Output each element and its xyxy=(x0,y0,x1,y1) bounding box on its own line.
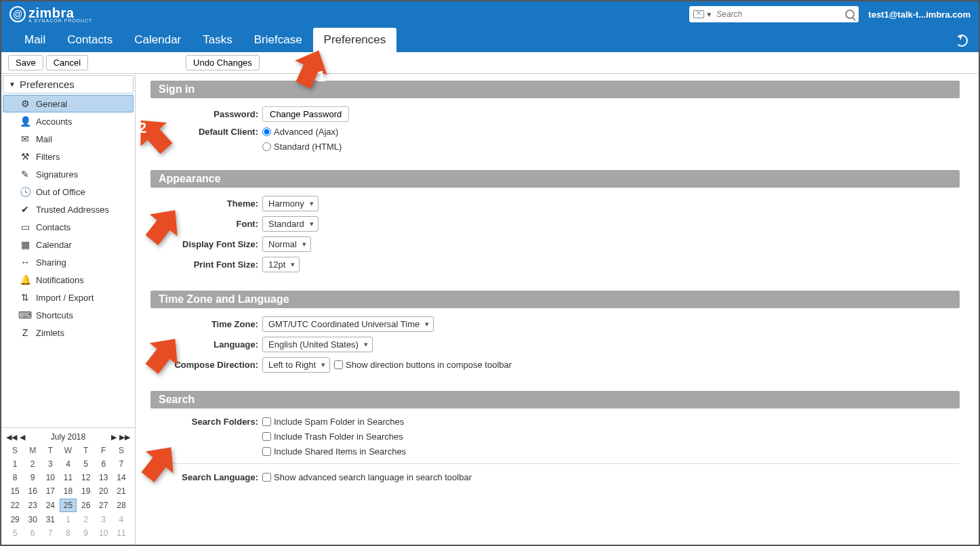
cal-next-month-icon[interactable]: ▶ xyxy=(110,433,117,442)
cal-day[interactable]: 14 xyxy=(113,471,129,484)
include-spam-checkbox[interactable] xyxy=(262,417,271,426)
tab-mail[interactable]: Mail xyxy=(14,28,56,52)
sidebar-item-general[interactable]: ⚙General xyxy=(3,95,134,112)
sidebar-item-calendar[interactable]: ▦Calendar xyxy=(3,236,134,253)
sidebar-item-contacts[interactable]: ▭Contacts xyxy=(3,218,134,236)
cal-day[interactable]: 4 xyxy=(60,458,76,470)
cal-day[interactable]: 30 xyxy=(24,513,41,526)
cancel-button[interactable]: Cancel xyxy=(46,55,88,70)
caret-down-icon[interactable]: ▼ xyxy=(706,11,712,18)
cal-next-year-icon[interactable]: ▶▶ xyxy=(119,433,131,442)
cal-day[interactable]: 10 xyxy=(96,527,112,539)
cal-day[interactable]: 11 xyxy=(113,527,129,539)
cal-day[interactable]: 25 xyxy=(60,499,76,512)
sidebar-item-label: General xyxy=(36,99,67,109)
cal-day[interactable]: 23 xyxy=(24,499,41,512)
sidebar-item-signatures[interactable]: ✎Signatures xyxy=(3,165,134,183)
sidebar-item-sharing[interactable]: ↔Sharing xyxy=(3,253,134,271)
sidebar-item-import-export[interactable]: ⇅Import / Export xyxy=(3,289,134,306)
sidebar-item-zimlets[interactable]: ZZimlets xyxy=(3,324,134,341)
lang-select[interactable]: English (United States) xyxy=(262,337,373,352)
cal-day[interactable]: 6 xyxy=(96,458,112,470)
cal-prev-year-icon[interactable]: ◀◀ xyxy=(5,433,18,442)
cal-day[interactable]: 12 xyxy=(78,471,94,484)
sidebar-item-trusted-addresses[interactable]: ✔Trusted Addresses xyxy=(3,201,134,218)
search-icon[interactable] xyxy=(845,9,855,19)
cal-day[interactable]: 2 xyxy=(24,458,41,470)
tab-calendar[interactable]: Calendar xyxy=(123,28,192,52)
cal-day[interactable]: 22 xyxy=(7,499,23,512)
main-content: Sign in Password: Change Password Defaul… xyxy=(136,74,979,545)
change-password-button[interactable]: Change Password xyxy=(262,106,349,122)
refresh-icon[interactable] xyxy=(956,35,968,47)
cal-day[interactable]: 7 xyxy=(42,527,58,539)
cal-day[interactable]: 5 xyxy=(78,458,94,470)
adv-search-lang-checkbox[interactable] xyxy=(262,473,271,482)
sidebar-item-accounts[interactable]: 👤Accounts xyxy=(3,112,134,130)
tab-contacts[interactable]: Contacts xyxy=(56,28,123,52)
cal-day[interactable]: 1 xyxy=(7,458,23,470)
cal-day[interactable]: 17 xyxy=(42,485,58,497)
display-font-select[interactable]: Normal xyxy=(262,236,311,252)
cal-day[interactable]: 8 xyxy=(7,471,23,484)
tab-briefcase[interactable]: Briefcase xyxy=(243,28,313,52)
cal-day[interactable]: 10 xyxy=(42,471,58,484)
sidebar-item-label: Out of Office xyxy=(36,187,85,197)
print-font-select[interactable]: 12pt xyxy=(262,257,300,272)
sidebar-item-mail[interactable]: ✉Mail xyxy=(3,130,134,148)
client-advanced-label: Advanced (Ajax) xyxy=(274,127,338,137)
tab-tasks[interactable]: Tasks xyxy=(192,28,243,52)
client-standard-radio[interactable] xyxy=(262,142,271,151)
cal-day[interactable]: 19 xyxy=(78,485,94,497)
sidebar-item-notifications[interactable]: 🔔Notifications xyxy=(3,271,134,289)
cal-day[interactable]: 18 xyxy=(60,485,76,497)
cal-day[interactable]: 3 xyxy=(42,458,58,470)
logo: @ zimbra A SYNACOR PRODUCT xyxy=(9,6,92,23)
cal-day[interactable]: 3 xyxy=(96,513,112,526)
cal-day[interactable]: 1 xyxy=(60,513,76,526)
cal-prev-month-icon[interactable]: ◀ xyxy=(19,433,26,442)
user-menu[interactable]: test1@talk-t...imbra.com xyxy=(868,9,971,20)
cal-day[interactable]: 15 xyxy=(7,485,23,497)
cal-day[interactable]: 4 xyxy=(113,513,129,526)
cal-day[interactable]: 9 xyxy=(78,527,94,539)
cal-day[interactable]: 27 xyxy=(96,499,112,512)
cal-day[interactable]: 5 xyxy=(7,527,23,539)
cal-day[interactable]: 24 xyxy=(42,499,58,512)
cal-day[interactable]: 28 xyxy=(113,499,129,512)
cal-day[interactable]: 11 xyxy=(60,471,76,484)
cal-day[interactable]: 7 xyxy=(113,458,129,470)
cal-day[interactable]: 8 xyxy=(60,527,76,539)
cal-title: July 2018 xyxy=(51,432,85,442)
sidebar-header[interactable]: ▼ Preferences xyxy=(3,75,134,93)
compose-dir-select[interactable]: Left to Right xyxy=(262,357,330,373)
cal-day[interactable]: 20 xyxy=(96,485,112,497)
include-shared-checkbox[interactable] xyxy=(262,447,271,456)
cal-day[interactable]: 9 xyxy=(24,471,41,484)
cal-day[interactable]: 29 xyxy=(7,513,23,526)
search-input[interactable] xyxy=(716,9,845,19)
cal-dow: F xyxy=(96,444,112,457)
tz-select[interactable]: GMT/UTC Coordinated Universal Time xyxy=(262,316,434,332)
sidebar-item-shortcuts[interactable]: ⌨Shortcuts xyxy=(3,306,134,324)
sidebar-item-filters[interactable]: ⚒Filters xyxy=(3,148,134,165)
search-box[interactable]: ▼ xyxy=(689,6,859,22)
show-dir-buttons-checkbox[interactable] xyxy=(334,360,343,369)
cal-day[interactable]: 13 xyxy=(96,471,112,484)
cal-day[interactable]: 21 xyxy=(113,485,129,497)
client-advanced-radio[interactable] xyxy=(262,127,271,136)
shortcuts-icon: ⌨ xyxy=(20,310,30,320)
cal-day[interactable]: 16 xyxy=(24,485,41,497)
include-trash-checkbox[interactable] xyxy=(262,432,271,441)
cal-dow: S xyxy=(113,444,129,457)
cal-day[interactable]: 26 xyxy=(78,499,94,512)
save-button[interactable]: Save xyxy=(8,55,43,70)
undo-changes-button[interactable]: Undo Changes xyxy=(186,55,260,70)
sidebar-item-out-of-office[interactable]: 🕓Out of Office xyxy=(3,183,134,201)
font-select[interactable]: Standard xyxy=(262,216,319,232)
theme-select[interactable]: Harmony xyxy=(262,196,319,211)
tab-preferences[interactable]: Preferences xyxy=(313,28,397,52)
cal-day[interactable]: 31 xyxy=(42,513,58,526)
cal-day[interactable]: 6 xyxy=(24,527,41,539)
cal-day[interactable]: 2 xyxy=(78,513,94,526)
